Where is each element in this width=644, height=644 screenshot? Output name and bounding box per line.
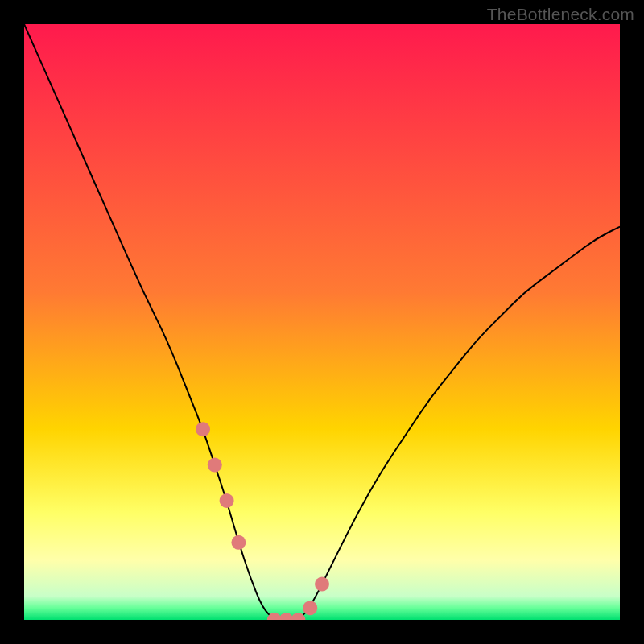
highlight-dot <box>303 601 317 615</box>
chart-svg <box>24 24 620 620</box>
watermark-text: TheBottleneck.com <box>487 5 634 24</box>
highlight-dot <box>315 577 329 592</box>
highlight-dot <box>220 493 234 508</box>
highlight-dot <box>208 458 222 473</box>
highlight-dot <box>231 535 246 550</box>
gradient-background <box>24 24 620 620</box>
chart-container: TheBottleneck.com <box>0 0 644 644</box>
highlight-dot <box>196 422 210 436</box>
